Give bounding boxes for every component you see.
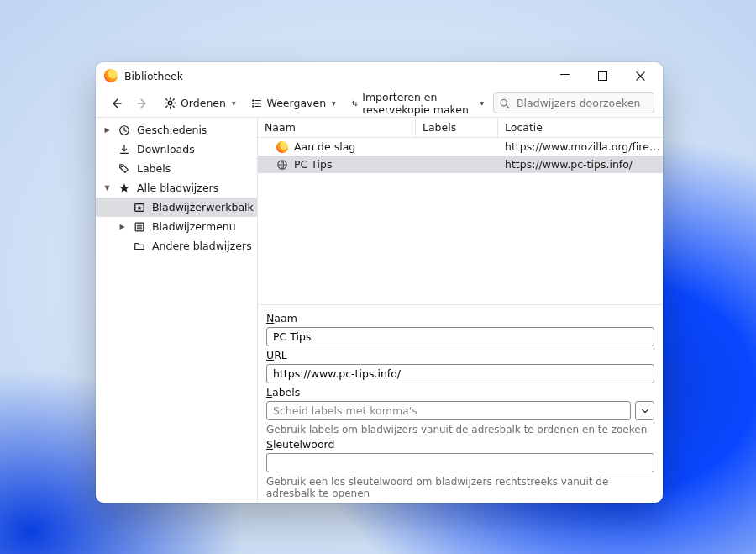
gear-icon: [164, 97, 176, 109]
column-headers: Naam Labels Locatie: [258, 118, 663, 138]
sidebar-item-label: Bladwijzermenu: [152, 220, 236, 233]
views-label: Weergaven: [267, 97, 327, 109]
sidebar-item-bookmarks-menu[interactable]: ▶ Bladwijzermenu: [96, 217, 257, 236]
details-panel: Naam URL Labels Gebruik labels om bladwi…: [258, 304, 663, 503]
firefox-icon: [104, 69, 118, 82]
detail-name-input[interactable]: [266, 327, 654, 346]
minimize-button[interactable]: [546, 63, 584, 88]
organize-label: Ordenen: [181, 97, 226, 109]
sidebar-item-labels[interactable]: Labels: [96, 159, 257, 178]
detail-labels-input[interactable]: [266, 401, 631, 420]
row-name: Aan de slag: [294, 140, 355, 153]
svg-point-2: [252, 103, 253, 103]
sidebar-item-label: Bladwijzerwerkbalk: [152, 201, 254, 214]
forward-button[interactable]: [131, 92, 155, 114]
svg-point-1: [252, 99, 253, 100]
detail-name-label: Naam: [266, 312, 654, 324]
column-header-name[interactable]: Naam: [258, 118, 416, 137]
star-icon: [118, 182, 131, 194]
chevron-down-icon: ▼: [102, 184, 112, 192]
download-icon: [118, 144, 131, 156]
tag-icon: [118, 163, 131, 175]
detail-keyword-hint: Gebruik een los sleutelwoord om bladwijz…: [266, 476, 654, 499]
labels-dropdown-button[interactable]: [635, 401, 654, 420]
titlebar[interactable]: Bibliotheek: [96, 62, 663, 89]
toolbar: Ordenen ▼ Weergaven ▼ Importeren en rese…: [96, 89, 663, 117]
search-icon: [499, 98, 510, 108]
import-backup-menu[interactable]: Importeren en reservekopie maken ▼: [345, 92, 490, 114]
chevron-right-icon: ▶: [102, 126, 112, 134]
bookmark-list: Aan de slag https://www.mozilla.org/fire…: [258, 138, 663, 304]
svg-point-6: [121, 166, 122, 166]
back-button[interactable]: [104, 92, 128, 114]
chevron-down-icon: [641, 407, 649, 415]
library-window: Bibliotheek Ordenen ▼ Weergaven ▼: [96, 62, 663, 503]
views-menu[interactable]: Weergaven ▼: [245, 92, 342, 114]
clock-icon: [118, 124, 131, 136]
sidebar: ▶ Geschiedenis Downloads Labels ▼ Alle b…: [96, 118, 258, 503]
sidebar-item-all-bookmarks[interactable]: ▼ Alle bladwijzers: [96, 178, 257, 198]
column-header-location[interactable]: Locatie: [498, 118, 663, 137]
maximize-button[interactable]: [584, 63, 622, 88]
svg-point-4: [501, 99, 507, 105]
chevron-down-icon: ▼: [332, 100, 336, 106]
detail-url-label: URL: [266, 349, 654, 361]
detail-labels-hint: Gebruik labels om bladwijzers vanuit de …: [266, 424, 654, 435]
detail-keyword-label: Sleutelwoord: [266, 438, 654, 451]
detail-labels-label: Labels: [266, 386, 654, 398]
list-icon: [251, 98, 263, 109]
import-export-icon: [351, 98, 358, 109]
detail-url-input[interactable]: [266, 364, 654, 383]
menu-icon: [133, 221, 146, 233]
search-input[interactable]: [493, 92, 654, 113]
sidebar-item-label: Labels: [137, 162, 171, 175]
detail-keyword-input[interactable]: [266, 453, 654, 472]
close-button[interactable]: [622, 63, 659, 88]
main-pane: Naam Labels Locatie Aan de slag https://…: [258, 118, 663, 503]
window-title: Bibliotheek: [124, 70, 183, 82]
sidebar-item-other-bookmarks[interactable]: Andere bladwijzers: [96, 236, 257, 256]
bookmarks-toolbar-icon: [133, 202, 146, 214]
row-location: https://www.pc-tips.info/: [498, 158, 663, 171]
search-field-wrap: [493, 92, 654, 113]
svg-point-3: [252, 105, 253, 106]
chevron-down-icon: ▼: [480, 100, 484, 106]
firefox-icon: [276, 141, 288, 153]
chevron-down-icon: ▼: [232, 100, 236, 106]
column-header-labels[interactable]: Labels: [416, 118, 498, 137]
row-location: https://www.mozilla.org/firefox/cen…: [498, 140, 663, 153]
sidebar-item-label: Downloads: [137, 143, 195, 156]
sidebar-item-downloads[interactable]: Downloads: [96, 140, 257, 159]
chevron-right-icon: ▶: [118, 223, 127, 230]
sidebar-item-label: Alle bladwijzers: [137, 182, 218, 194]
svg-point-0: [168, 101, 172, 105]
table-row[interactable]: PC Tips https://www.pc-tips.info/: [258, 156, 663, 173]
sidebar-item-label: Andere bladwijzers: [152, 240, 252, 252]
globe-icon: [276, 159, 288, 171]
sidebar-item-history[interactable]: ▶ Geschiedenis: [96, 120, 257, 140]
organize-menu[interactable]: Ordenen ▼: [158, 92, 242, 114]
import-backup-label: Importeren en reservekopie maken: [362, 91, 474, 116]
table-row[interactable]: Aan de slag https://www.mozilla.org/fire…: [258, 138, 663, 156]
body: ▶ Geschiedenis Downloads Labels ▼ Alle b…: [96, 117, 663, 503]
sidebar-item-bookmarks-toolbar[interactable]: Bladwijzerwerkbalk: [96, 198, 257, 217]
folder-icon: [133, 240, 146, 252]
sidebar-item-label: Geschiedenis: [137, 124, 207, 136]
row-name: PC Tips: [294, 158, 332, 171]
